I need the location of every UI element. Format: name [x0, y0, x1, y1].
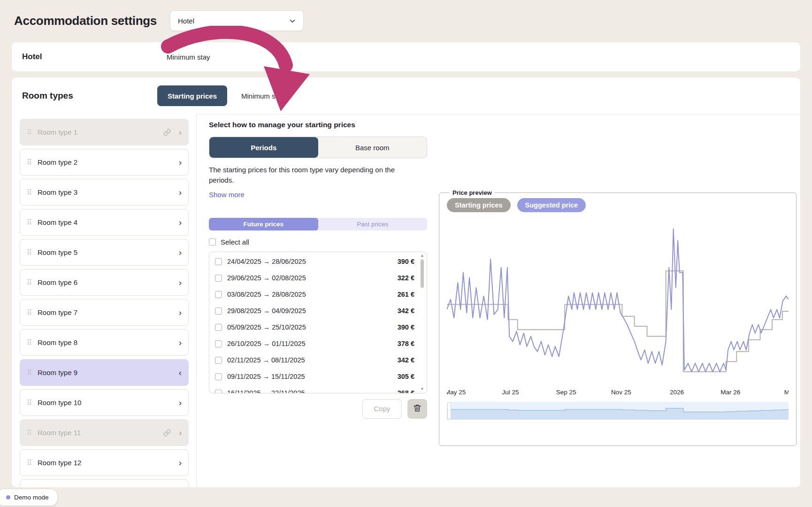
room-type-item[interactable]: ⠿ Room type 4 ›: [20, 209, 189, 236]
period-price: 342 €: [398, 307, 414, 315]
period-range: 02/11/2025 → 08/11/2025: [227, 356, 305, 364]
room-type-item[interactable]: ⠿ Room type 3 ›: [20, 179, 189, 206]
tab-minimum-stay[interactable]: Minimum stay: [241, 92, 285, 100]
drag-handle-icon[interactable]: ⠿: [27, 218, 31, 227]
drag-handle-icon[interactable]: ⠿: [27, 429, 31, 437]
period-checkbox[interactable]: [215, 275, 222, 282]
room-type-label: Room type 4: [38, 218, 77, 226]
room-type-item[interactable]: ⠿ Room type 2 ›: [20, 149, 189, 176]
room-type-item[interactable]: ⠿ Room type 7 ›: [20, 299, 189, 326]
period-row: 02/11/2025 → 08/11/2025 342 €: [215, 352, 414, 369]
price-preview-title: Price preview: [450, 189, 495, 196]
room-type-item[interactable]: ⠿ Room type 12 ›: [20, 449, 189, 476]
minimum-stay-column-header: Minimum stay: [167, 53, 210, 61]
delete-button[interactable]: [407, 399, 427, 419]
drag-handle-icon[interactable]: ⠿: [27, 308, 31, 317]
room-types-body: ⠿ Room type 1 › ⠿ Room type 2 › ⠿ Room t…: [12, 114, 800, 487]
tab-past-prices[interactable]: Past prices: [318, 218, 428, 230]
drag-handle-icon[interactable]: ⠿: [27, 399, 31, 407]
starting-prices-panel: Select how to manage your starting price…: [209, 121, 429, 419]
chevron-right-icon: ›: [179, 458, 182, 467]
period-checkbox[interactable]: [215, 390, 222, 393]
drag-handle-icon[interactable]: ⠿: [27, 158, 31, 167]
chevron-right-icon: ›: [179, 278, 182, 287]
period-checkbox[interactable]: [215, 357, 222, 364]
period-checkbox[interactable]: [215, 258, 222, 265]
trash-icon: [413, 403, 422, 414]
triangle-up-icon[interactable]: ▲: [421, 254, 424, 258]
hotel-summary-row[interactable]: Hotel Minimum stay: [12, 42, 800, 71]
room-type-item[interactable]: ⠿ Room type 5 ›: [20, 239, 189, 266]
tab-future-prices[interactable]: Future prices: [209, 218, 318, 230]
room-type-item[interactable]: ⠿ Room type 10 ›: [20, 389, 189, 416]
x-axis-label: Jul 25: [502, 389, 519, 396]
mode-base-room-button[interactable]: Base room: [318, 137, 427, 158]
chevron-right-icon: ›: [179, 128, 182, 137]
scrollbar-thumb[interactable]: [421, 260, 424, 288]
room-type-label: Room type 5: [38, 248, 77, 256]
legend-suggested-price-chip[interactable]: Suggested price: [517, 198, 586, 212]
accommodation-select[interactable]: Hotel: [170, 10, 304, 31]
period-checkbox[interactable]: [215, 307, 222, 315]
room-type-label: Room type 6: [38, 278, 77, 286]
minimap-brush-handle[interactable]: [447, 402, 451, 419]
drag-handle-icon[interactable]: ⠿: [27, 278, 31, 287]
chevron-right-icon: ›: [179, 398, 182, 407]
x-axis-label: Nov 25: [611, 389, 631, 396]
copy-button[interactable]: Copy: [362, 399, 402, 419]
room-type-item[interactable]: ⠿ Room type 8 ›: [20, 329, 189, 356]
triangle-down-icon[interactable]: ▼: [421, 387, 424, 392]
x-axis-label: M: [784, 389, 789, 396]
period-range: 05/09/2025 → 25/10/2025: [227, 323, 306, 331]
drag-handle-icon[interactable]: ⠿: [27, 188, 31, 197]
room-type-label: Room type 3: [38, 188, 77, 196]
price-period-tabs: Future prices Past prices: [209, 218, 427, 230]
link-icon: [163, 429, 171, 437]
legend-starting-prices-chip[interactable]: Starting prices: [447, 198, 511, 212]
room-type-label: Room type 7: [38, 308, 77, 316]
chevron-right-icon: ›: [179, 428, 182, 437]
room-type-item[interactable]: ⠿ Room type 1 ›: [20, 119, 189, 146]
period-row: 29/08/2025 → 04/09/2025 342 €: [215, 303, 414, 319]
period-price: 342 €: [398, 356, 414, 364]
room-type-item[interactable]: ⠿ Room type 9 ‹: [20, 359, 189, 386]
room-type-label: Room type 8: [38, 338, 77, 346]
drag-handle-icon[interactable]: ⠿: [27, 248, 31, 257]
drag-handle-icon[interactable]: ⠿: [27, 369, 31, 377]
period-price: 322 €: [398, 274, 414, 282]
x-axis-label: Mar 26: [720, 389, 740, 396]
drag-handle-icon[interactable]: ⠿: [27, 459, 31, 467]
room-type-item[interactable]: ⠿ Room type 6 ›: [20, 269, 189, 296]
period-row: 16/11/2025 → 22/11/2025 268 €: [215, 385, 414, 393]
room-type-item[interactable]: ⠿ Room type 11 ›: [20, 419, 189, 446]
room-types-header: Room types Starting prices Minimum stay: [12, 77, 800, 114]
chevron-right-icon: ›: [179, 338, 182, 347]
room-type-item[interactable]: ⠿ Room type 13 ›: [20, 479, 189, 487]
chart-legend: Starting prices Suggested price: [447, 198, 789, 212]
select-all-checkbox[interactable]: [209, 238, 216, 246]
period-range: 16/11/2025 → 22/11/2025: [227, 389, 305, 393]
x-axis-label: 2026: [670, 389, 684, 396]
chevron-right-icon: ›: [179, 158, 182, 167]
demo-mode-badge: Demo mode: [0, 489, 57, 506]
manage-title: Select how to manage your starting price…: [209, 121, 429, 129]
drag-handle-icon[interactable]: ⠿: [27, 338, 31, 347]
room-type-label: Room type 12: [38, 459, 81, 467]
room-types-tabs: Starting prices Minimum stay: [157, 85, 285, 106]
chevron-right-icon: ›: [179, 248, 182, 257]
mode-periods-button[interactable]: Periods: [209, 137, 318, 158]
period-row: 29/06/2025 → 02/08/2025 322 €: [215, 270, 414, 286]
period-checkbox[interactable]: [215, 324, 222, 331]
demo-mode-label: Demo mode: [14, 494, 49, 501]
period-checkbox[interactable]: [215, 373, 222, 380]
period-rows: 24/04/2025 → 28/06/2025 390 € 29/06/2025…: [215, 254, 414, 393]
page-title: Accommodation settings: [14, 14, 157, 28]
period-range: 26/10/2025 → 01/11/2025: [227, 340, 306, 347]
drag-handle-icon[interactable]: ⠿: [27, 128, 31, 137]
tab-starting-prices[interactable]: Starting prices: [157, 85, 227, 106]
chart-minimap[interactable]: [447, 402, 789, 420]
period-checkbox[interactable]: [215, 340, 222, 347]
header-divider: [196, 114, 800, 115]
period-checkbox[interactable]: [215, 291, 222, 298]
show-more-link[interactable]: Show more: [209, 191, 245, 199]
